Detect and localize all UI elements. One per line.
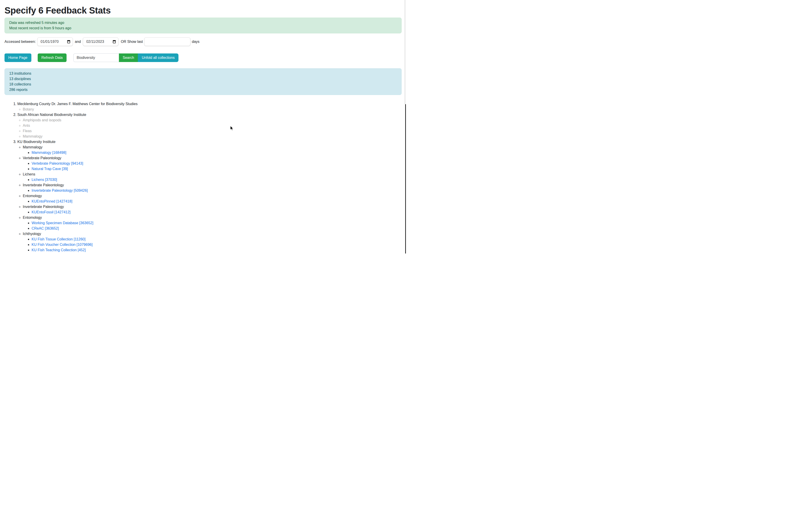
discipline-item: Fleas — [23, 128, 401, 134]
institution-item: Mecklenburg County Dr. James F. Matthews… — [17, 101, 401, 112]
collections-list: Lichens [37030] — [23, 177, 401, 182]
discipline-item: Vertebrate PaleontologyVertebrate Paleon… — [23, 155, 401, 172]
show-last-days-input[interactable] — [144, 38, 191, 46]
institutions-list: Mecklenburg County Dr. James F. Matthews… — [4, 101, 401, 253]
institution-name: Mecklenburg County Dr. James F. Matthews… — [17, 102, 138, 106]
discipline-name: Ichthyology — [23, 232, 41, 236]
collection-item: nullz [2] — [32, 253, 401, 253]
start-date-field — [37, 38, 73, 46]
page-title: Specify 6 Feedback Stats — [4, 5, 401, 16]
discipline-name: Botany — [23, 107, 34, 111]
collections-list: Invertebrate Paleontology [509426] — [23, 188, 401, 193]
discipline-name: Mammalogy — [23, 134, 42, 138]
search-button[interactable]: Search — [119, 53, 138, 62]
reports-count: 286 reports — [9, 87, 397, 93]
date-filter-row: Accessed between: and OR Show last days — [4, 38, 401, 46]
discipline-item: Ants — [23, 123, 401, 128]
refresh-data-button[interactable]: Refresh Data — [38, 53, 66, 62]
search-group: Search Unfold all collections — [73, 53, 179, 62]
summary-stats-alert: 13 institutions 13 disciplines 18 collec… — [4, 68, 401, 95]
institution-name: South African National Biodiversity Inst… — [17, 113, 86, 117]
scrollbar-track — [405, 0, 405, 104]
disciplines-list: Amphipods and isopodsAntsFleasMammalogy — [17, 117, 401, 139]
collections-list: Working Specimen Database [363652]CReAC … — [23, 220, 401, 231]
institution-name: KU Biodiversity Institute — [17, 140, 55, 144]
collection-link[interactable]: Natural Trap Cave [39] — [32, 167, 68, 171]
collection-link[interactable]: Vertebrate Paleontology [94143] — [32, 162, 83, 165]
discipline-name: Lichens — [23, 172, 35, 176]
disciplines-list: Botany — [17, 107, 401, 112]
collections-list: Mammalogy [168498] — [23, 150, 401, 155]
discipline-item: Invertebrate PaleontologyKUEntoFossil [1… — [23, 204, 401, 215]
discipline-name: Amphipods and isopods — [23, 118, 61, 122]
collection-item: Vertebrate Paleontology [94143] — [32, 161, 401, 166]
collection-item: KU Fish Teaching Collection [452] — [32, 247, 401, 253]
collection-item: KU Fish Voucher Collection [1079696] — [32, 242, 401, 247]
collection-link[interactable]: Mammalogy [168498] — [32, 151, 66, 155]
collection-link[interactable]: KU Fish Teaching Collection [452] — [32, 248, 86, 252]
search-input[interactable] — [73, 53, 119, 62]
days-label: days — [192, 38, 200, 46]
collection-item: KU Fish Tissue Collection [11260] — [32, 237, 401, 242]
discipline-item: Botany — [23, 107, 401, 112]
collections-list: KUEntoFossil [1427412] — [23, 210, 401, 215]
collection-item: CReAC [363652] — [32, 226, 401, 231]
discipline-item: Invertebrate PaleontologyInvertebrate Pa… — [23, 182, 401, 193]
collection-link[interactable]: CReAC [363652] — [32, 226, 59, 230]
collections-list: Vertebrate Paleontology [94143]Natural T… — [23, 161, 401, 172]
discipline-name: Entomology — [23, 194, 42, 198]
collection-item: KUEntoPinned [1427418] — [32, 199, 401, 204]
discipline-item: EntomologyWorking Specimen Database [363… — [23, 215, 401, 231]
collection-link[interactable]: KUEntoFossil [1427412] — [32, 210, 71, 214]
accessed-between-label: Accessed between: — [4, 38, 36, 46]
discipline-name: Fleas — [23, 129, 32, 133]
collection-link[interactable]: KU Fish Voucher Collection [1079696] — [32, 243, 93, 246]
action-toolbar: Home Page Refresh Data Search Unfold all… — [4, 53, 401, 62]
collection-item: Mammalogy [168498] — [32, 150, 401, 155]
collection-item: Invertebrate Paleontology [509426] — [32, 188, 401, 193]
page: Specify 6 Feedback Stats Data was refres… — [0, 0, 406, 253]
disciplines-count: 13 disciplines — [9, 76, 397, 81]
collection-link[interactable]: Working Specimen Database [363652] — [32, 221, 93, 225]
discipline-item: Amphipods and isopods — [23, 117, 401, 123]
discipline-item: EntomologyKUEntoPinned [1427418] — [23, 193, 401, 204]
end-date-field — [83, 38, 118, 46]
discipline-item: Mammalogy — [23, 134, 401, 139]
and-label: and — [75, 38, 81, 46]
discipline-item: LichensLichens [37030] — [23, 172, 401, 182]
discipline-name: Ants — [23, 124, 30, 127]
collections-list: KUEntoPinned [1427418] — [23, 199, 401, 204]
collection-item: Lichens [37030] — [32, 177, 401, 182]
discipline-name: Vertebrate Paleontology — [23, 156, 61, 160]
collection-link[interactable]: KUEntoPinned [1427418] — [32, 200, 72, 203]
collection-item: Natural Trap Cave [39] — [32, 166, 401, 172]
collection-link[interactable]: Invertebrate Paleontology [509426] — [32, 188, 88, 192]
collection-link[interactable]: Lichens [37030] — [32, 178, 57, 181]
unfold-all-collections-button[interactable]: Unfold all collections — [138, 53, 178, 62]
refresh-status-alert: Data was refreshed 5 minutes ago Most re… — [4, 17, 401, 34]
discipline-name: Invertebrate Paleontology — [23, 205, 64, 209]
collections-list: KU Fish Tissue Collection [11260]KU Fish… — [23, 237, 401, 253]
institution-item: KU Biodiversity InstituteMammalogyMammal… — [17, 139, 401, 253]
institutions-count: 13 institutions — [9, 71, 397, 76]
home-page-button[interactable]: Home Page — [4, 53, 32, 62]
collection-item: KUEntoFossil [1427412] — [32, 210, 401, 215]
or-show-last-label: OR Show last — [121, 38, 143, 46]
collections-count: 18 collections — [9, 81, 397, 87]
calendar-icon[interactable] — [113, 40, 116, 43]
institution-item: South African National Biodiversity Inst… — [17, 112, 401, 139]
recent-record-line: Most recent record is from 9 hours ago — [9, 25, 397, 31]
disciplines-list: MammalogyMammalogy [168498]Vertebrate Pa… — [17, 145, 401, 253]
discipline-name: Entomology — [23, 216, 42, 219]
discipline-item: IchthyologyKU Fish Tissue Collection [11… — [23, 231, 401, 253]
discipline-name: Invertebrate Paleontology — [23, 183, 64, 187]
collection-link[interactable]: KU Fish Tissue Collection [11260] — [32, 237, 86, 241]
discipline-name: Mammalogy — [23, 145, 42, 149]
scrollbar-thumb[interactable] — [405, 104, 406, 253]
discipline-item: MammalogyMammalogy [168498] — [23, 145, 401, 155]
refresh-status-line: Data was refreshed 5 minutes ago — [9, 20, 397, 25]
collection-item: Working Specimen Database [363652] — [32, 220, 401, 226]
calendar-icon[interactable] — [67, 40, 70, 43]
